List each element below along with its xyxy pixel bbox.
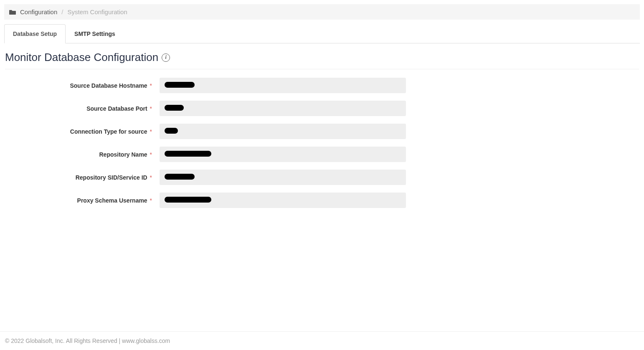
form: Source Database Hostname *Source Databas… <box>0 78 644 208</box>
form-label: Repository SID/Service ID * <box>5 174 160 181</box>
required-asterisk: * <box>150 197 152 204</box>
form-row: Proxy Schema Username * <box>5 193 639 208</box>
required-asterisk: * <box>150 82 152 89</box>
required-asterisk: * <box>150 151 152 158</box>
form-row: Source Database Port * <box>5 101 639 116</box>
page-title: Monitor Database Configuration <box>5 51 158 64</box>
tab-database-setup[interactable]: Database Setup <box>4 24 66 43</box>
page-header: Monitor Database Configuration i <box>0 43 644 69</box>
redacted-value <box>165 151 211 157</box>
redacted-value <box>165 197 211 203</box>
tab-smtp-settings[interactable]: SMTP Settings <box>66 24 124 43</box>
form-row: Source Database Hostname * <box>5 78 639 93</box>
redacted-value <box>165 105 184 111</box>
form-label: Source Database Port * <box>5 105 160 112</box>
form-label: Proxy Schema Username * <box>5 197 160 204</box>
breadcrumb: Configuration / System Configuration <box>4 4 640 20</box>
breadcrumb-link-configuration[interactable]: Configuration <box>20 8 57 15</box>
info-icon[interactable]: i <box>162 53 170 62</box>
breadcrumb-current: System Configuration <box>67 8 127 15</box>
required-asterisk: * <box>150 128 152 135</box>
form-input[interactable] <box>160 193 406 208</box>
form-label: Connection Type for source * <box>5 128 160 135</box>
form-label: Repository Name * <box>5 151 160 158</box>
form-label: Source Database Hostname * <box>5 82 160 89</box>
redacted-value <box>165 128 178 134</box>
form-row: Repository SID/Service ID * <box>5 170 639 185</box>
redacted-value <box>165 82 195 88</box>
redacted-value <box>165 174 195 180</box>
folder-icon <box>9 9 16 15</box>
form-input[interactable] <box>160 101 406 116</box>
form-input[interactable] <box>160 124 406 139</box>
breadcrumb-separator: / <box>61 8 63 15</box>
form-row: Connection Type for source * <box>5 124 639 139</box>
form-row: Repository Name * <box>5 147 639 162</box>
tabs: Database Setup SMTP Settings <box>4 24 640 43</box>
divider <box>5 69 639 69</box>
form-input[interactable] <box>160 78 406 93</box>
form-input[interactable] <box>160 170 406 185</box>
required-asterisk: * <box>150 105 152 112</box>
form-input[interactable] <box>160 147 406 162</box>
required-asterisk: * <box>150 174 152 181</box>
